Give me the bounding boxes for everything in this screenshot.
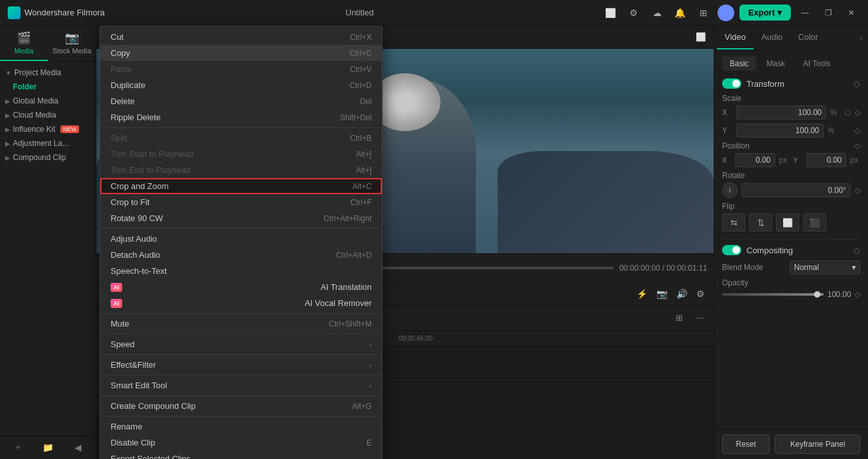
duplicate-label: Duplicate — [111, 80, 145, 90]
arrow-left-icon[interactable]: ◀ — [63, 438, 93, 456]
scale-link-icon[interactable]: ⬡ — [844, 108, 851, 117]
rotate-dial[interactable] — [722, 183, 737, 198]
menu-speech-to-text[interactable]: Speech-to-Text — [100, 263, 382, 279]
menu-ripple-delete[interactable]: Ripple Delete Shift+Del — [100, 109, 382, 125]
tab-media[interactable]: 🎬 Media — [0, 26, 48, 61]
pos-y-label: Y — [793, 156, 802, 164]
transform-section: Transform ◇ Scale X % ⬡ ◇ Y — [722, 78, 860, 231]
menu-smart-edit[interactable]: Smart Edit Tool › — [100, 377, 382, 393]
menu-disable-clip[interactable]: Disable Clip E — [100, 435, 382, 451]
add-media-icon[interactable]: ＋ — [3, 438, 33, 456]
menu-sep-5 — [100, 354, 382, 355]
tree-project-media[interactable]: ▼ Project Media — [0, 66, 96, 80]
menu-sep-8 — [100, 416, 382, 417]
menu-export-clips[interactable]: Export Selected Clips — [100, 451, 382, 459]
tree-adjustment[interactable]: ▶ Adjustment La... — [0, 136, 96, 150]
position-reset[interactable]: ◇ — [854, 141, 860, 150]
reset-button[interactable]: Reset — [722, 435, 770, 454]
menu-mute[interactable]: Mute Ctrl+Shift+M — [100, 316, 382, 332]
flip-h2-button[interactable]: ⬜ — [776, 213, 799, 231]
tab-color[interactable]: Color — [790, 26, 826, 50]
opacity-value: 100.00 — [827, 290, 851, 299]
menu-crop-fit[interactable]: Crop to Fit Ctrl+F — [100, 194, 382, 210]
menu-create-compound[interactable]: Create Compound Clip Alt+G — [100, 398, 382, 414]
minimize-button[interactable]: — — [796, 4, 814, 22]
mute-shortcut: Ctrl+Shift+M — [329, 320, 372, 328]
fullscreen-toggle[interactable]: ⬜ — [696, 32, 706, 42]
opacity-reset[interactable]: ◇ — [854, 290, 860, 299]
export-button[interactable]: Export ▾ — [739, 4, 791, 21]
menu-rename[interactable]: Rename — [100, 419, 382, 435]
keyframe-panel-button[interactable]: Keyframe Panel — [775, 435, 860, 454]
flip-v2-button[interactable]: ⬛ — [803, 213, 826, 231]
blend-mode-select[interactable]: Normal ▾ — [790, 260, 860, 274]
tree-cloud-media[interactable]: ▶ Cloud Media — [0, 108, 96, 122]
tree-influence-kit[interactable]: ▶ Influence Kit NEW — [0, 122, 96, 136]
menu-copy[interactable]: Copy Ctrl+C — [100, 45, 382, 61]
maximize-button[interactable]: ❐ — [819, 4, 837, 22]
settings-btn[interactable]: ⚙ — [694, 287, 707, 300]
trim-end-label: Trim End to Playhead — [111, 165, 191, 175]
menu-cut[interactable]: Cut Ctrl+X — [100, 29, 382, 45]
tree-global-media[interactable]: ▶ Global Media — [0, 94, 96, 108]
bell-icon[interactable]: 🔔 — [671, 4, 689, 22]
media-tab-icon: 🎬 — [17, 31, 31, 45]
menu-delete[interactable]: Delete Del — [100, 93, 382, 109]
menu-detach-audio[interactable]: Detach Audio Ctrl+Alt+D — [100, 247, 382, 263]
split-shortcut: Ctrl+B — [350, 134, 372, 143]
rotate-input[interactable] — [741, 183, 851, 197]
duplicate-shortcut: Ctrl+D — [350, 81, 372, 90]
menu-sep-7 — [100, 395, 382, 396]
menu-adjust-audio[interactable]: Adjust Audio — [100, 231, 382, 247]
menu-duplicate[interactable]: Duplicate Ctrl+D — [100, 77, 382, 93]
position-y-input[interactable] — [806, 153, 847, 167]
tree-compound-clip[interactable]: ▶ Compound Clip — [0, 150, 96, 165]
snapshot-button[interactable]: 📷 — [654, 287, 670, 300]
right-panel: Video Audio Color › Basic Mask AI Tools — [714, 26, 868, 459]
tab-stock-media[interactable]: 📷 Stock Media — [48, 26, 96, 61]
menu-ai-vocal[interactable]: AI AI Vocal Remover — [100, 295, 382, 311]
subtab-mask[interactable]: Mask — [759, 57, 793, 71]
grid-icon[interactable]: ⊞ — [694, 4, 712, 22]
compositing-title: Compositing — [746, 246, 793, 255]
scale-x-input[interactable] — [736, 105, 826, 120]
tree-folder[interactable]: Folder — [0, 80, 96, 94]
settings-timeline-button[interactable]: ⋯ — [691, 309, 709, 327]
flip-row: ⇆ ⇅ ⬜ ⬛ — [722, 213, 860, 231]
scale-x-reset[interactable]: ◇ — [854, 108, 860, 117]
blend-mode-value: Normal — [794, 263, 819, 272]
position-x-input[interactable] — [735, 153, 775, 167]
compositing-reset-icon[interactable]: ◇ — [853, 245, 860, 255]
right-panel-more[interactable]: › — [858, 26, 865, 50]
subtab-ai-tools[interactable]: AI Tools — [795, 57, 838, 71]
monitor-icon[interactable]: ⬜ — [602, 4, 620, 22]
menu-effect-filter[interactable]: Effect&Filter › — [100, 357, 382, 373]
grid-view-button[interactable]: ⊞ — [670, 309, 688, 327]
scale-y-reset[interactable]: ◇ — [854, 126, 860, 135]
user-avatar[interactable] — [718, 4, 734, 21]
scale-x-unit: % — [830, 108, 840, 117]
pos-x-label: X — [722, 156, 731, 164]
menu-speed[interactable]: Speed › — [100, 336, 382, 352]
scene-detect-button[interactable]: ⚡ — [634, 287, 650, 300]
transform-reset-icon[interactable]: ◇ — [853, 78, 860, 89]
cloud-icon[interactable]: ☁ — [648, 4, 666, 22]
rotate-reset[interactable]: ◇ — [854, 186, 860, 195]
settings-icon[interactable]: ⚙ — [625, 4, 643, 22]
flip-v-button[interactable]: ⇅ — [749, 213, 772, 231]
tab-audio[interactable]: Audio — [754, 26, 790, 50]
subtab-basic[interactable]: Basic — [722, 57, 756, 71]
audio-meter-button[interactable]: 🔊 — [674, 287, 690, 300]
flip-h-button[interactable]: ⇆ — [722, 213, 745, 231]
menu-rotate-cw[interactable]: Rotate 90 CW Ctrl+Alt+Right — [100, 210, 382, 226]
menu-crop-zoom[interactable]: Crop and Zoom Alt+C — [100, 178, 382, 194]
menu-ai-translation[interactable]: AI AI Translation — [100, 279, 382, 295]
tab-video[interactable]: Video — [717, 26, 754, 50]
menu-sep-1 — [100, 127, 382, 128]
folder-icon[interactable]: 📁 — [33, 438, 63, 456]
opacity-slider[interactable] — [722, 293, 824, 296]
transform-toggle[interactable] — [722, 78, 741, 89]
compositing-toggle[interactable] — [722, 245, 741, 255]
scale-y-input[interactable] — [736, 123, 824, 138]
close-button[interactable]: ✕ — [842, 4, 860, 22]
